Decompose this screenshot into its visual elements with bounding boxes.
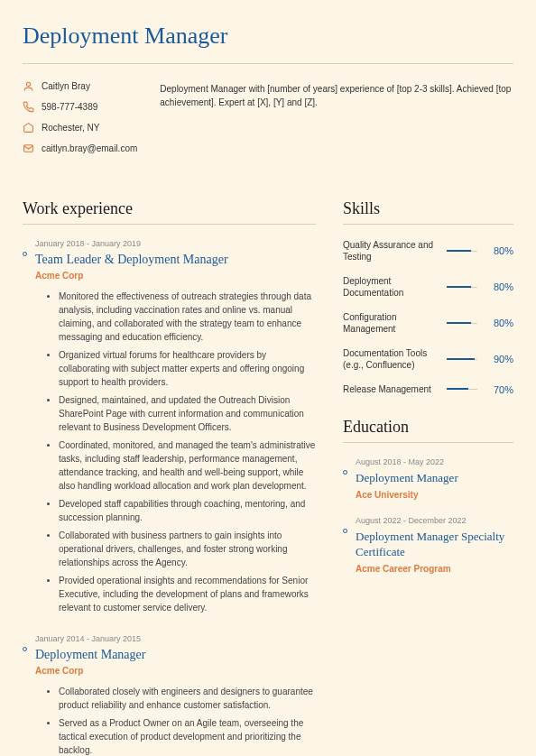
bullet-item: Organized virtual forums for healthcare … xyxy=(59,348,316,389)
skill-name: Deployment Documentation xyxy=(343,275,438,299)
contact-email: caitlyn.bray@email.com xyxy=(23,143,137,154)
skill-bar xyxy=(447,323,477,324)
work-section-title: Work experience xyxy=(23,199,316,218)
skill-bar xyxy=(447,251,477,252)
education-item: August 2018 - May 2022Deployment Manager… xyxy=(343,457,513,500)
skill-fill xyxy=(447,250,471,252)
email-text: caitlyn.bray@email.com xyxy=(42,143,137,153)
experience-date: January 2014 - January 2015 xyxy=(35,634,316,643)
education-school: Acme Career Program xyxy=(356,564,513,574)
skill-fill xyxy=(447,322,471,324)
skill-row: Release Management70% xyxy=(343,383,513,395)
bullet-item: Provided operational insights and recomm… xyxy=(59,574,316,614)
skill-name: Quality Assurance and Testing xyxy=(343,239,438,263)
experience-bullets: Collaborated closely with engineers and … xyxy=(35,685,316,756)
email-icon xyxy=(23,143,34,154)
bullet-item: Coordinated, monitored, and managed the … xyxy=(59,438,316,493)
skills-section-title: Skills xyxy=(343,199,513,218)
divider xyxy=(343,224,513,225)
skill-bar xyxy=(447,287,477,288)
contact-name: Caitlyn Bray xyxy=(23,80,137,92)
timeline-dot xyxy=(23,252,27,256)
bullet-item: Monitored the effectiveness of outreach … xyxy=(59,290,316,344)
skill-fill xyxy=(447,286,471,288)
summary-text: Deployment Manager with [number of years… xyxy=(160,80,513,163)
skill-fill xyxy=(447,358,475,360)
phone-icon xyxy=(23,101,34,113)
education-item: August 2022 - December 2022Deployment Ma… xyxy=(343,516,513,574)
contact-phone: 598-777-4389 xyxy=(23,101,137,113)
skill-bar xyxy=(447,389,477,390)
experience-item: January 2018 - January 2019Team Leader &… xyxy=(23,239,316,614)
right-column: Skills Quality Assurance and Testing80%D… xyxy=(343,199,513,756)
contact-location: Rochester, NY xyxy=(23,122,137,134)
divider xyxy=(23,63,513,64)
skill-row: Configuration Management80% xyxy=(343,311,513,335)
education-title: Deployment Manager xyxy=(356,471,513,486)
skill-row: Documentation Tools (e.g., Confluence)90… xyxy=(343,347,513,371)
skill-percent: 90% xyxy=(486,354,513,364)
main-content: Work experience January 2018 - January 2… xyxy=(23,199,513,756)
skill-name: Configuration Management xyxy=(343,311,438,335)
bullet-item: Designed, maintained, and updated the Ou… xyxy=(59,393,316,434)
skill-bar xyxy=(447,359,477,360)
svg-point-0 xyxy=(26,82,30,86)
bullet-item: Collaborated with business partners to g… xyxy=(59,529,316,569)
left-column: Work experience January 2018 - January 2… xyxy=(23,199,316,756)
experience-item: January 2014 - January 2015Deployment Ma… xyxy=(23,634,316,756)
experience-title: Team Leader & Deployment Manager xyxy=(35,253,316,267)
skill-row: Quality Assurance and Testing80% xyxy=(343,239,513,263)
skill-percent: 80% xyxy=(486,281,513,292)
education-school: Ace University xyxy=(356,490,513,500)
bullet-item: Served as a Product Owner on an Agile te… xyxy=(59,716,316,756)
skill-percent: 80% xyxy=(486,318,513,328)
skill-name: Release Management xyxy=(343,383,438,395)
person-icon xyxy=(23,80,34,92)
bullet-item: Developed staff capabilities through coa… xyxy=(59,497,316,524)
experience-title: Deployment Manager xyxy=(35,648,316,662)
experience-company: Acme Corp xyxy=(35,666,316,676)
skill-name: Documentation Tools (e.g., Confluence) xyxy=(343,347,438,371)
experience-date: January 2018 - January 2019 xyxy=(35,239,316,248)
header-block: Caitlyn Bray 598-777-4389 Rochester, NY … xyxy=(23,80,513,163)
skill-percent: 70% xyxy=(486,384,513,395)
education-date: August 2022 - December 2022 xyxy=(356,516,513,525)
timeline-dot xyxy=(23,647,27,651)
timeline-dot xyxy=(343,470,347,475)
skill-percent: 80% xyxy=(486,245,513,256)
divider xyxy=(343,442,513,443)
timeline-dot xyxy=(343,529,347,533)
location-icon xyxy=(23,122,34,134)
education-section-title: Education xyxy=(343,418,513,437)
page-title: Deployment Manager xyxy=(23,23,513,50)
bullet-item: Collaborated closely with engineers and … xyxy=(59,685,316,712)
location-text: Rochester, NY xyxy=(42,123,99,133)
skill-row: Deployment Documentation80% xyxy=(343,275,513,299)
contact-block: Caitlyn Bray 598-777-4389 Rochester, NY … xyxy=(23,80,137,163)
name-text: Caitlyn Bray xyxy=(42,81,90,91)
experience-bullets: Monitored the effectiveness of outreach … xyxy=(35,290,316,614)
experience-company: Acme Corp xyxy=(35,271,316,281)
education-date: August 2018 - May 2022 xyxy=(356,457,513,466)
skill-fill xyxy=(447,388,468,390)
phone-text: 598-777-4389 xyxy=(42,102,97,112)
education-title: Deployment Manager Specialty Certificate xyxy=(356,530,513,560)
divider xyxy=(23,224,316,225)
